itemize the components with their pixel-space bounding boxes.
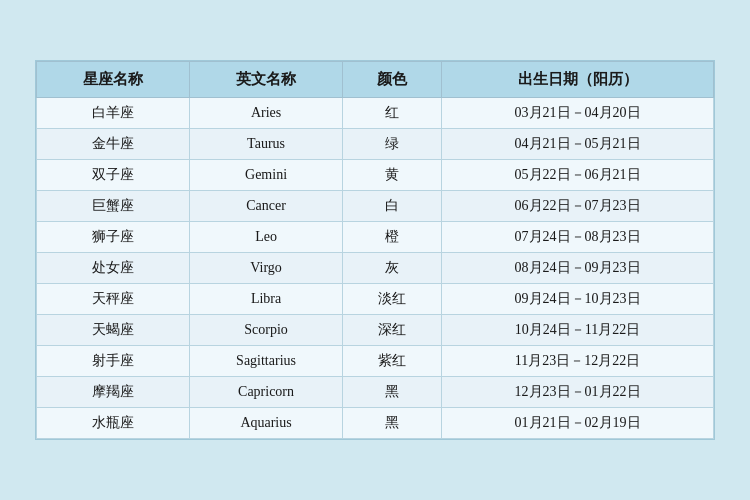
cell-color: 黑 (343, 377, 442, 408)
cell-chinese-name: 处女座 (37, 253, 190, 284)
cell-chinese-name: 水瓶座 (37, 408, 190, 439)
cell-color: 黑 (343, 408, 442, 439)
cell-dates: 04月21日－05月21日 (442, 129, 714, 160)
table-row: 摩羯座Capricorn黑12月23日－01月22日 (37, 377, 714, 408)
table-body: 白羊座Aries红03月21日－04月20日金牛座Taurus绿04月21日－0… (37, 98, 714, 439)
cell-chinese-name: 双子座 (37, 160, 190, 191)
cell-chinese-name: 摩羯座 (37, 377, 190, 408)
header-english-name: 英文名称 (190, 62, 343, 98)
cell-dates: 05月22日－06月21日 (442, 160, 714, 191)
table-header-row: 星座名称 英文名称 颜色 出生日期（阳历） (37, 62, 714, 98)
cell-dates: 10月24日－11月22日 (442, 315, 714, 346)
table-row: 巨蟹座Cancer白06月22日－07月23日 (37, 191, 714, 222)
cell-dates: 07月24日－08月23日 (442, 222, 714, 253)
cell-chinese-name: 射手座 (37, 346, 190, 377)
cell-dates: 06月22日－07月23日 (442, 191, 714, 222)
cell-color: 橙 (343, 222, 442, 253)
cell-color: 灰 (343, 253, 442, 284)
cell-english-name: Libra (190, 284, 343, 315)
cell-color: 红 (343, 98, 442, 129)
table-row: 金牛座Taurus绿04月21日－05月21日 (37, 129, 714, 160)
header-chinese-name: 星座名称 (37, 62, 190, 98)
table-row: 天秤座Libra淡红09月24日－10月23日 (37, 284, 714, 315)
cell-english-name: Taurus (190, 129, 343, 160)
table-row: 处女座Virgo灰08月24日－09月23日 (37, 253, 714, 284)
cell-dates: 03月21日－04月20日 (442, 98, 714, 129)
cell-chinese-name: 金牛座 (37, 129, 190, 160)
header-color: 颜色 (343, 62, 442, 98)
table-row: 射手座Sagittarius紫红11月23日－12月22日 (37, 346, 714, 377)
table-row: 白羊座Aries红03月21日－04月20日 (37, 98, 714, 129)
cell-color: 深红 (343, 315, 442, 346)
cell-english-name: Aries (190, 98, 343, 129)
header-dates: 出生日期（阳历） (442, 62, 714, 98)
cell-english-name: Virgo (190, 253, 343, 284)
cell-color: 黄 (343, 160, 442, 191)
cell-color: 绿 (343, 129, 442, 160)
table-row: 天蝎座Scorpio深红10月24日－11月22日 (37, 315, 714, 346)
cell-chinese-name: 白羊座 (37, 98, 190, 129)
cell-english-name: Sagittarius (190, 346, 343, 377)
table-row: 狮子座Leo橙07月24日－08月23日 (37, 222, 714, 253)
cell-english-name: Cancer (190, 191, 343, 222)
cell-chinese-name: 天蝎座 (37, 315, 190, 346)
cell-color: 淡红 (343, 284, 442, 315)
zodiac-table: 星座名称 英文名称 颜色 出生日期（阳历） 白羊座Aries红03月21日－04… (36, 61, 714, 439)
cell-chinese-name: 巨蟹座 (37, 191, 190, 222)
cell-chinese-name: 狮子座 (37, 222, 190, 253)
cell-color: 白 (343, 191, 442, 222)
cell-color: 紫红 (343, 346, 442, 377)
table-row: 双子座Gemini黄05月22日－06月21日 (37, 160, 714, 191)
cell-dates: 11月23日－12月22日 (442, 346, 714, 377)
cell-english-name: Gemini (190, 160, 343, 191)
cell-english-name: Scorpio (190, 315, 343, 346)
cell-dates: 01月21日－02月19日 (442, 408, 714, 439)
cell-dates: 12月23日－01月22日 (442, 377, 714, 408)
cell-english-name: Capricorn (190, 377, 343, 408)
cell-english-name: Leo (190, 222, 343, 253)
cell-dates: 09月24日－10月23日 (442, 284, 714, 315)
cell-english-name: Aquarius (190, 408, 343, 439)
table-row: 水瓶座Aquarius黑01月21日－02月19日 (37, 408, 714, 439)
zodiac-table-container: 星座名称 英文名称 颜色 出生日期（阳历） 白羊座Aries红03月21日－04… (35, 60, 715, 440)
cell-chinese-name: 天秤座 (37, 284, 190, 315)
cell-dates: 08月24日－09月23日 (442, 253, 714, 284)
